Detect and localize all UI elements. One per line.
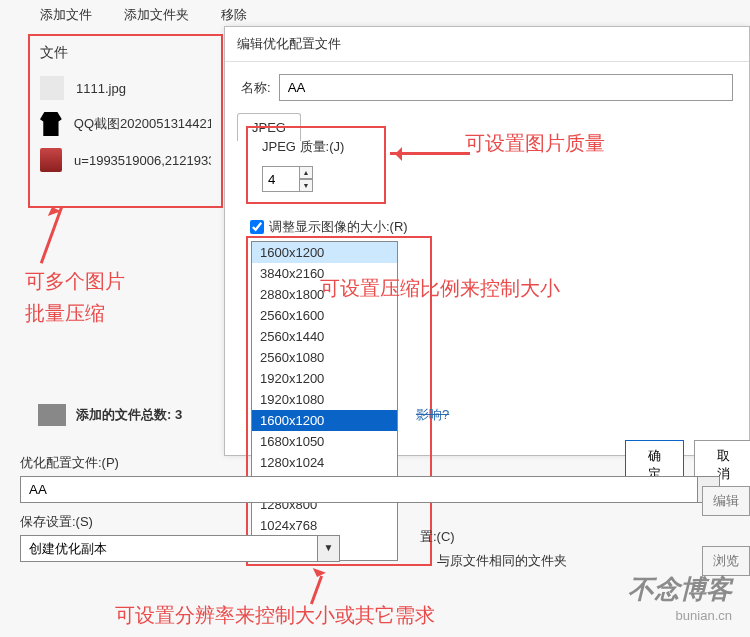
quality-spinner[interactable] xyxy=(262,166,300,192)
folder-value: 与原文件相同的文件夹 xyxy=(437,552,567,570)
add-file-button[interactable]: 添加文件 xyxy=(40,6,92,24)
file-name: 1111.jpg xyxy=(76,81,126,96)
resolution-option[interactable]: 2560x1440 xyxy=(252,326,397,347)
hidden-link[interactable]: 影响? xyxy=(416,406,449,424)
files-panel: 文件 1111.jpg QQ截图20200513144210. u=199351… xyxy=(28,34,223,208)
resize-checkbox[interactable] xyxy=(250,220,264,234)
folder-label: 置:(C) xyxy=(420,528,455,546)
file-row[interactable]: u=1993519006,21219331 xyxy=(30,142,221,178)
save-select[interactable] xyxy=(20,535,318,562)
resolution-option[interactable]: 2560x1600 xyxy=(252,305,397,326)
resolution-option[interactable]: 1920x1080 xyxy=(252,389,397,410)
profile-label: 优化配置文件:(P) xyxy=(20,454,730,472)
chevron-down-icon[interactable]: ▼ xyxy=(318,535,340,562)
resolution-option[interactable]: 1600x1200 xyxy=(252,242,397,263)
resolution-option[interactable]: 1600x1200 xyxy=(252,410,397,431)
resolution-option[interactable]: 1680x1050 xyxy=(252,431,397,452)
file-name: QQ截图20200513144210. xyxy=(74,115,211,133)
profile-select[interactable] xyxy=(20,476,698,503)
file-name: u=1993519006,21219331 xyxy=(74,153,211,168)
bottom-form: 优化配置文件:(P) ▼ 保存设置:(S) ▼ xyxy=(20,454,730,570)
annotation-quality: 可设置图片质量 xyxy=(465,130,605,157)
name-input[interactable] xyxy=(279,74,733,101)
annotation-multi-compress: 可多个图片 批量压缩 xyxy=(25,265,125,329)
file-thumb-icon xyxy=(40,76,64,100)
total-files-row: 添加的文件总数: 3 xyxy=(38,404,182,426)
files-icon xyxy=(38,404,66,426)
resolution-option[interactable]: 2560x1080 xyxy=(252,347,397,368)
total-count: 3 xyxy=(175,407,182,422)
dialog-title: 编辑优化配置文件 xyxy=(225,27,749,62)
add-folder-button[interactable]: 添加文件夹 xyxy=(124,6,189,24)
watermark: 不念博客 xyxy=(628,572,732,607)
files-header: 文件 xyxy=(30,36,221,70)
edit-button[interactable]: 编辑 xyxy=(702,486,750,516)
save-label: 保存设置:(S) xyxy=(20,513,730,531)
file-row[interactable]: 1111.jpg xyxy=(30,70,221,106)
spinner-down-icon[interactable]: ▼ xyxy=(299,179,313,192)
name-label: 名称: xyxy=(241,79,271,97)
resolution-option[interactable]: 1920x1200 xyxy=(252,368,397,389)
annotation-ratio: 可设置压缩比例来控制大小 xyxy=(320,275,560,302)
resize-label: 调整显示图像的大小:(R) xyxy=(269,218,408,236)
annotation-resolution: 可设置分辨率来控制大小或其它需求 xyxy=(115,602,435,629)
quality-label: JPEG 质量:(J) xyxy=(262,138,370,156)
file-thumb-icon xyxy=(40,112,62,136)
quality-group: JPEG 质量:(J) ▲ ▼ xyxy=(246,126,386,204)
file-row[interactable]: QQ截图20200513144210. xyxy=(30,106,221,142)
total-label: 添加的文件总数: xyxy=(76,407,171,422)
spinner-up-icon[interactable]: ▲ xyxy=(299,166,313,179)
watermark-url: bunian.cn xyxy=(676,608,732,623)
remove-button[interactable]: 移除 xyxy=(221,6,247,24)
file-thumb-icon xyxy=(40,148,62,172)
